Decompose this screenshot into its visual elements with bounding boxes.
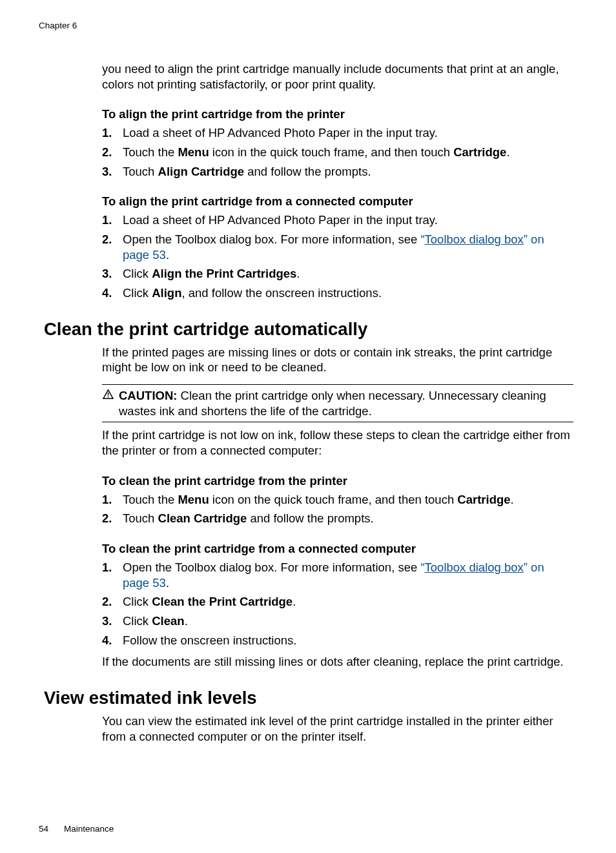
caution-box: CAUTION: Clean the print cartridge only … (102, 384, 573, 422)
view-ink-para: You can view the estimated ink level of … (102, 714, 573, 744)
text: Click (123, 267, 152, 280)
svg-rect-1 (107, 393, 108, 396)
text: . (166, 576, 169, 590)
clean-para-2: If the print cartridge is not low on ink… (102, 427, 573, 458)
align-computer-heading: To align the print cartridge from a conn… (102, 194, 573, 209)
list-item: Open the Toolbox dialog box. For more in… (120, 232, 573, 262)
bold-text: Clean (152, 614, 184, 628)
list-item: Touch the Menu icon in the quick touch f… (120, 145, 573, 160)
text: . (166, 248, 169, 262)
after-clean-para: If the documents are still missing lines… (102, 654, 573, 670)
text: and follow the prompts. (244, 165, 371, 178)
list-item: Touch Align Cartridge and follow the pro… (120, 164, 573, 180)
bold-text: Cartridge (453, 145, 506, 159)
text: Click (123, 595, 152, 608)
view-ink-heading: View estimated ink levels (44, 688, 577, 708)
list-item: Touch Clean Cartridge and follow the pro… (120, 511, 573, 526)
text: . (293, 595, 296, 608)
page-footer: 54Maintenance (39, 824, 114, 834)
list-item: Click Align, and follow the onscreen ins… (120, 285, 573, 301)
clean-intro: If the printed pages are missing lines o… (102, 345, 573, 375)
bold-text: Clean Cartridge (158, 511, 247, 525)
text: . (511, 493, 514, 506)
chapter-header: Chapter 6 (39, 21, 577, 30)
text: . (506, 145, 509, 159)
list-item: Open the Toolbox dialog box. For more in… (120, 560, 573, 590)
text: icon in the quick touch frame, and then … (209, 145, 453, 159)
text: , and follow the onscreen instructions. (181, 286, 382, 300)
text: . (185, 614, 188, 628)
list-item: Touch the Menu icon on the quick touch f… (120, 492, 573, 508)
clean-printer-heading: To clean the print cartridge from the pr… (102, 474, 573, 488)
caution-content: CAUTION: Clean the print cartridge only … (119, 388, 573, 418)
text: Touch the (123, 493, 178, 506)
caution-icon (102, 389, 114, 418)
align-printer-steps: Load a sheet of HP Advanced Photo Paper … (102, 125, 573, 179)
bold-text: Menu (178, 145, 209, 159)
bold-text: Align (152, 286, 181, 300)
clean-section-heading: Clean the print cartridge automatically (44, 319, 577, 340)
text: Click (123, 614, 152, 628)
bold-text: Menu (178, 493, 209, 506)
caution-label: CAUTION: (119, 389, 177, 402)
align-computer-steps: Load a sheet of HP Advanced Photo Paper … (102, 212, 573, 300)
intro-paragraph: you need to align the print cartridge ma… (102, 61, 573, 92)
footer-section: Maintenance (64, 824, 114, 834)
list-item: Click Align the Print Cartridges. (120, 266, 573, 282)
text: Open the Toolbox dialog box. For more in… (123, 232, 420, 246)
clean-printer-steps: Touch the Menu icon on the quick touch f… (102, 492, 573, 526)
clean-body: If the printed pages are missing lines o… (102, 345, 573, 670)
bold-text: Align Cartridge (158, 165, 245, 178)
text: Touch (123, 165, 158, 178)
text: . (296, 267, 300, 280)
text: Touch the (123, 145, 178, 159)
bold-text: Clean the Print Cartridge (152, 595, 293, 608)
list-item: Load a sheet of HP Advanced Photo Paper … (120, 125, 573, 141)
text: Open the Toolbox dialog box. For more in… (123, 560, 420, 574)
list-item: Follow the onscreen instructions. (120, 633, 573, 648)
list-item: Load a sheet of HP Advanced Photo Paper … (120, 212, 573, 228)
svg-rect-2 (107, 396, 108, 398)
link-text: Toolbox dialog box (425, 560, 524, 574)
view-ink-body: You can view the estimated ink level of … (102, 714, 573, 744)
clean-computer-heading: To clean the print cartridge from a conn… (102, 542, 573, 556)
bold-text: Align the Print Cartridges (152, 267, 296, 280)
bold-text: Cartridge (457, 493, 510, 506)
text: Click (123, 286, 152, 300)
text: Touch (123, 511, 158, 525)
text: and follow the prompts. (247, 511, 373, 525)
list-item: Click Clean. (120, 613, 573, 629)
caution-text: Clean the print cartridge only when nece… (119, 389, 546, 418)
clean-computer-steps: Open the Toolbox dialog box. For more in… (102, 560, 573, 648)
text: icon on the quick touch frame, and then … (209, 493, 458, 506)
page-number: 54 (39, 824, 48, 834)
list-item: Click Clean the Print Cartridge. (120, 594, 573, 610)
link-text: Toolbox dialog box (425, 232, 524, 246)
content-body: you need to align the print cartridge ma… (102, 61, 573, 301)
align-printer-heading: To align the print cartridge from the pr… (102, 107, 573, 121)
